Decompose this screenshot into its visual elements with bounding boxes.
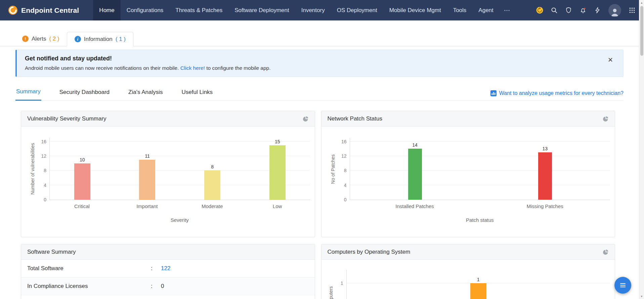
bar-item-0[interactable]	[470, 283, 486, 299]
nav-item-home[interactable]: Home	[93, 0, 120, 20]
alerts-count-badge: ( 2 )	[49, 36, 59, 42]
tab-security-dashboard[interactable]: Security Dashboard	[59, 86, 110, 100]
banner-body: Android mobile users can now receive not…	[25, 65, 603, 71]
alert-tabs-bar: ! Alerts ( 2 ) i Information ( 1 )	[0, 20, 644, 46]
cards-row-1: Vulnerability Severity Summary Number of…	[21, 111, 615, 237]
banner-close-icon[interactable]: ✕	[608, 57, 613, 63]
row-separator: :	[151, 283, 161, 290]
in-compliance-licenses-count: 0	[161, 283, 164, 290]
bar-value-label: 15	[275, 139, 280, 144]
scroll-up-arrow-icon[interactable]: ▲	[640, 0, 643, 5]
y-tick-label: 1	[341, 281, 343, 286]
chart-plot: 04812161413	[350, 138, 610, 200]
chart-plot: 04812161011815	[49, 138, 310, 200]
cards-row-2: Software Summary Total Software : 122 In…	[21, 244, 615, 299]
usage-metrics-link[interactable]: Want to analyze usage metrics for every …	[490, 90, 624, 100]
click-here-link[interactable]: Click here!	[180, 65, 205, 71]
menu-hamburger-icon	[619, 282, 627, 289]
banner-text-after: to configure the mobile app.	[206, 65, 270, 71]
card-software-summary: Software Summary Total Software : 122 In…	[21, 244, 315, 299]
tab-information[interactable]: i Information ( 1 )	[67, 32, 133, 46]
vulnerability-severity-chart: Number of vulnerabilities 04812161011815…	[21, 127, 315, 223]
pie-chart-toggle-icon[interactable]	[603, 116, 609, 122]
x-category-label: Installed Patches	[350, 203, 480, 209]
pie-chart-toggle-icon[interactable]	[603, 249, 609, 255]
navbar-icons	[536, 0, 639, 20]
brand-name: Endpoint Central	[21, 6, 79, 14]
tab-summary[interactable]: Summary	[15, 85, 41, 101]
card-title: Network Patch Status	[328, 115, 382, 122]
alert-exclamation-icon: !	[22, 36, 29, 42]
card-header: Network Patch Status	[321, 111, 615, 127]
card-title: Vulnerability Severity Summary	[27, 115, 106, 122]
nav-item-threats-and-patches[interactable]: Threats & Patches	[169, 0, 228, 20]
nav-item-agent[interactable]: Agent	[472, 0, 499, 20]
quick-actions-fab-button[interactable]	[614, 277, 631, 294]
bar-important[interactable]	[139, 160, 155, 200]
rewards-icon[interactable]	[536, 7, 543, 14]
alerts-tab-label: Alerts	[32, 36, 46, 42]
bar-slot: 1	[347, 270, 610, 299]
scrollbar-thumb[interactable]	[640, 6, 643, 56]
bar-installed-patches[interactable]	[408, 149, 422, 200]
notifications-bell-icon[interactable]	[579, 7, 587, 14]
bar-value-label: 13	[543, 146, 548, 151]
brand[interactable]: Endpoint Central	[0, 0, 83, 20]
notification-badge-dot	[584, 8, 586, 9]
nav-item-tools[interactable]: Tools	[447, 0, 473, 20]
apps-grid-icon[interactable]	[629, 7, 636, 14]
chart-plot: 11	[346, 270, 610, 299]
user-avatar[interactable]	[608, 4, 621, 17]
nav-item-configurations[interactable]: Configurations	[121, 0, 170, 20]
card-header: Computers by Operating System	[321, 244, 615, 260]
y-tick-label: 4	[44, 183, 46, 188]
bar-critical[interactable]	[74, 163, 90, 200]
nav-item-inventory[interactable]: Inventory	[295, 0, 331, 20]
tab-alerts[interactable]: ! Alerts ( 2 )	[15, 32, 67, 46]
bar-missing-patches[interactable]	[538, 152, 552, 200]
tab-zias-analysis[interactable]: Zia's Analysis	[128, 86, 163, 100]
bar-slot: 10	[50, 138, 115, 200]
nav-more-ellipsis-icon[interactable]: ⋯	[500, 0, 515, 20]
bar-slot: 13	[480, 138, 610, 200]
y-axis-label: No of computers	[328, 270, 334, 299]
tab-useful-links[interactable]: Useful Links	[181, 86, 214, 100]
quick-actions-bolt-icon[interactable]	[594, 7, 601, 14]
pie-chart-toggle-icon[interactable]	[303, 116, 309, 122]
card-vulnerability-severity-summary: Vulnerability Severity Summary Number of…	[21, 111, 315, 237]
y-tick-label: 16	[341, 139, 347, 144]
search-icon[interactable]	[551, 7, 558, 14]
total-software-count-link[interactable]: 122	[161, 265, 170, 272]
bar-value-label: 8	[211, 164, 214, 169]
card-title: Computers by Operating System	[328, 249, 411, 255]
y-tick-label: 16	[41, 139, 46, 144]
bar-value-label: 11	[145, 153, 150, 159]
shield-icon[interactable]	[565, 7, 572, 14]
nav-item-mobile-device-mgmt[interactable]: Mobile Device Mgmt	[383, 0, 447, 20]
card-computers-by-operating-system: Computers by Operating System No of comp…	[321, 244, 615, 299]
bar-low[interactable]	[269, 145, 286, 200]
banner-title: Get notified and stay updated!	[25, 55, 603, 62]
endpoint-central-logo-icon	[8, 5, 18, 15]
x-category-label: Important	[115, 203, 180, 209]
nav-item-os-deployment[interactable]: OS Deployment	[331, 0, 383, 20]
information-tab-label: Information	[84, 36, 113, 43]
main-navigation: Home Configurations Threats & Patches So…	[93, 0, 515, 20]
bar-slot: 8	[180, 138, 245, 200]
page-scrollbar[interactable]: ▲ ▼	[639, 0, 644, 299]
information-icon: i	[75, 36, 81, 42]
y-tick-label: 8	[344, 168, 347, 173]
scroll-down-arrow-icon[interactable]: ▼	[640, 294, 643, 299]
x-category-label: Missing Patches	[480, 203, 610, 209]
row-label: Total Software	[27, 265, 151, 272]
y-axis-label: Number of vulnerabilities	[30, 138, 35, 200]
x-category-labels: CriticalImportantModerateLow	[49, 203, 310, 209]
y-axis-label: No of Patches	[330, 138, 336, 200]
nav-item-software-deployment[interactable]: Software Deployment	[228, 0, 295, 20]
y-tick-label: 4	[344, 183, 347, 188]
x-category-label: Critical	[49, 203, 115, 209]
computers-by-os-chart: No of computers 11	[321, 260, 615, 299]
bar-moderate[interactable]	[204, 170, 220, 200]
section-tabs: Summary Security Dashboard Zia's Analysi…	[15, 85, 624, 101]
y-tick-label: 12	[341, 153, 347, 159]
